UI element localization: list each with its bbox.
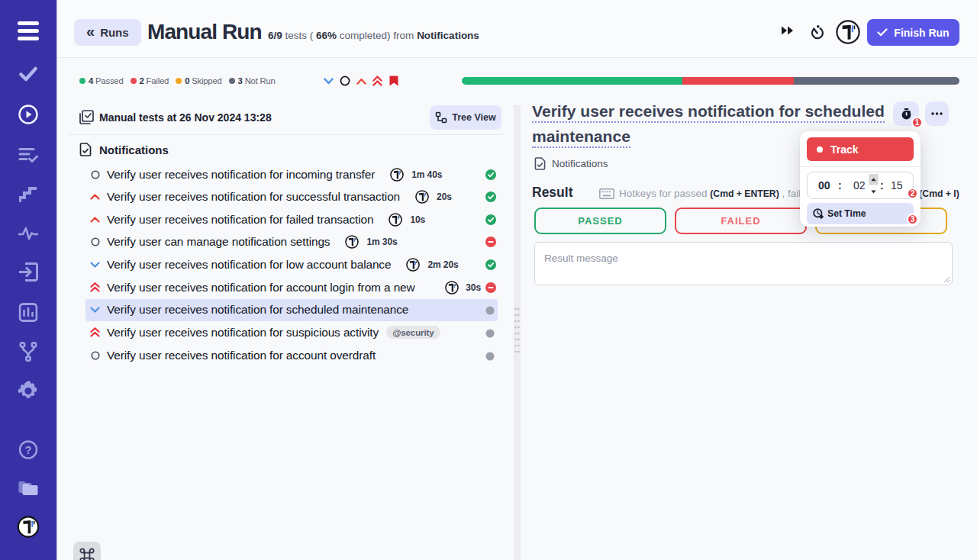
svg-text:?: ? xyxy=(25,444,32,456)
